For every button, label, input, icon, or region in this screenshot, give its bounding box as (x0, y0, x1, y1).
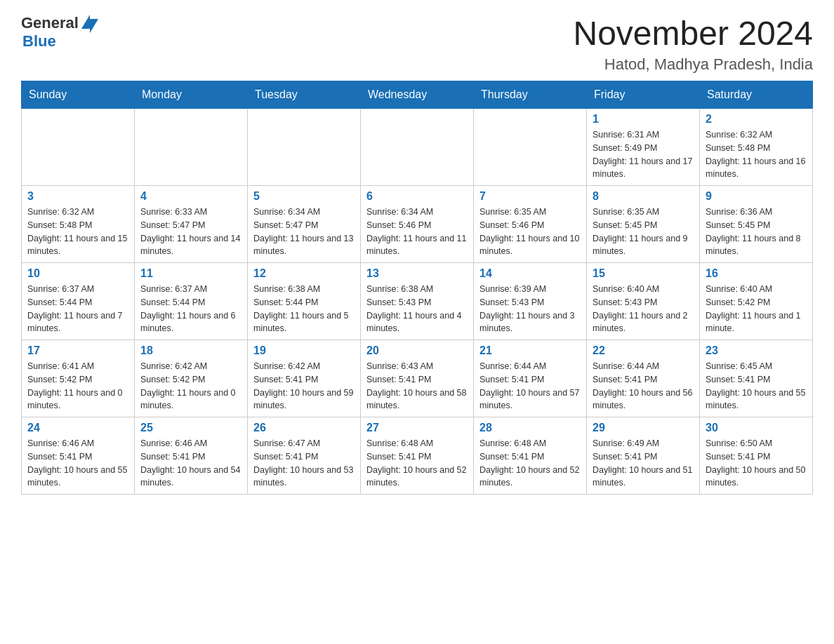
day-number: 7 (479, 190, 581, 203)
calendar-cell: 17Sunrise: 6:41 AM Sunset: 5:42 PM Dayli… (22, 340, 135, 417)
day-number: 23 (706, 344, 807, 357)
logo-triangle-up (81, 15, 90, 29)
calendar-week-2: 3Sunrise: 6:32 AM Sunset: 5:48 PM Daylig… (22, 186, 813, 263)
day-info: Sunrise: 6:44 AM Sunset: 5:41 PM Dayligh… (593, 360, 694, 412)
day-info: Sunrise: 6:50 AM Sunset: 5:41 PM Dayligh… (706, 437, 807, 490)
calendar-cell: 29Sunrise: 6:49 AM Sunset: 5:41 PM Dayli… (587, 417, 700, 495)
day-info: Sunrise: 6:33 AM Sunset: 5:47 PM Dayligh… (140, 206, 241, 258)
calendar-cell: 14Sunrise: 6:39 AM Sunset: 5:43 PM Dayli… (474, 263, 587, 340)
day-info: Sunrise: 6:48 AM Sunset: 5:41 PM Dayligh… (479, 437, 581, 490)
calendar-cell: 30Sunrise: 6:50 AM Sunset: 5:41 PM Dayli… (700, 417, 813, 495)
logo-triangle-down (90, 19, 98, 33)
day-number: 13 (366, 267, 468, 280)
main-title: November 2024 (573, 14, 813, 53)
calendar-cell: 16Sunrise: 6:40 AM Sunset: 5:42 PM Dayli… (700, 263, 813, 340)
calendar-cell: 12Sunrise: 6:38 AM Sunset: 5:44 PM Dayli… (248, 263, 361, 340)
calendar-cell: 10Sunrise: 6:37 AM Sunset: 5:44 PM Dayli… (22, 263, 135, 340)
day-number: 4 (140, 190, 241, 203)
day-number: 30 (706, 422, 807, 434)
calendar-cell: 23Sunrise: 6:45 AM Sunset: 5:41 PM Dayli… (700, 340, 813, 417)
day-number: 19 (253, 344, 355, 357)
day-number: 27 (366, 422, 468, 434)
day-info: Sunrise: 6:34 AM Sunset: 5:47 PM Dayligh… (253, 206, 355, 258)
day-number: 28 (479, 422, 581, 434)
calendar-cell: 24Sunrise: 6:46 AM Sunset: 5:41 PM Dayli… (22, 417, 135, 495)
calendar-cell (474, 109, 587, 186)
day-number: 14 (479, 267, 581, 280)
day-info: Sunrise: 6:36 AM Sunset: 5:45 PM Dayligh… (706, 206, 807, 258)
logo: General Blue (21, 14, 98, 51)
calendar-cell (248, 109, 361, 186)
calendar-cell: 8Sunrise: 6:35 AM Sunset: 5:45 PM Daylig… (587, 186, 700, 263)
day-info: Sunrise: 6:45 AM Sunset: 5:41 PM Dayligh… (706, 360, 807, 412)
calendar-cell: 28Sunrise: 6:48 AM Sunset: 5:41 PM Dayli… (474, 417, 587, 495)
weekday-header-friday: Friday (587, 81, 700, 109)
weekday-header-tuesday: Tuesday (248, 81, 361, 109)
weekday-header-saturday: Saturday (700, 81, 813, 109)
calendar-cell: 2Sunrise: 6:32 AM Sunset: 5:48 PM Daylig… (700, 109, 813, 186)
weekday-header-monday: Monday (135, 81, 248, 109)
day-info: Sunrise: 6:40 AM Sunset: 5:42 PM Dayligh… (706, 283, 807, 335)
day-number: 6 (366, 190, 468, 203)
day-info: Sunrise: 6:49 AM Sunset: 5:41 PM Dayligh… (593, 437, 694, 490)
day-number: 18 (140, 344, 241, 357)
calendar-cell: 5Sunrise: 6:34 AM Sunset: 5:47 PM Daylig… (248, 186, 361, 263)
calendar-cell: 20Sunrise: 6:43 AM Sunset: 5:41 PM Dayli… (361, 340, 474, 417)
day-number: 22 (593, 344, 694, 357)
day-info: Sunrise: 6:40 AM Sunset: 5:43 PM Dayligh… (593, 283, 694, 335)
day-number: 16 (706, 267, 807, 280)
day-number: 24 (27, 422, 128, 434)
day-number: 21 (479, 344, 581, 357)
calendar-cell: 4Sunrise: 6:33 AM Sunset: 5:47 PM Daylig… (135, 186, 248, 263)
page-header: General Blue November 2024 Hatod, Madhya… (21, 14, 813, 74)
day-info: Sunrise: 6:48 AM Sunset: 5:41 PM Dayligh… (366, 437, 468, 490)
day-info: Sunrise: 6:44 AM Sunset: 5:41 PM Dayligh… (479, 360, 581, 412)
day-number: 3 (27, 190, 128, 203)
day-info: Sunrise: 6:46 AM Sunset: 5:41 PM Dayligh… (140, 437, 241, 490)
calendar-cell: 27Sunrise: 6:48 AM Sunset: 5:41 PM Dayli… (361, 417, 474, 495)
day-info: Sunrise: 6:35 AM Sunset: 5:45 PM Dayligh… (593, 206, 694, 258)
day-number: 2 (706, 113, 807, 126)
calendar-cell: 11Sunrise: 6:37 AM Sunset: 5:44 PM Dayli… (135, 263, 248, 340)
sub-title: Hatod, Madhya Pradesh, India (573, 55, 813, 74)
calendar-cell (135, 109, 248, 186)
day-info: Sunrise: 6:39 AM Sunset: 5:43 PM Dayligh… (479, 283, 581, 335)
day-info: Sunrise: 6:31 AM Sunset: 5:49 PM Dayligh… (593, 128, 694, 181)
day-info: Sunrise: 6:34 AM Sunset: 5:46 PM Dayligh… (366, 206, 468, 258)
day-number: 11 (140, 267, 241, 280)
calendar-week-3: 10Sunrise: 6:37 AM Sunset: 5:44 PM Dayli… (22, 263, 813, 340)
day-number: 20 (366, 344, 468, 357)
weekday-header-row: SundayMondayTuesdayWednesdayThursdayFrid… (22, 81, 813, 109)
calendar-week-4: 17Sunrise: 6:41 AM Sunset: 5:42 PM Dayli… (22, 340, 813, 417)
day-info: Sunrise: 6:46 AM Sunset: 5:41 PM Dayligh… (27, 437, 128, 490)
calendar-cell: 3Sunrise: 6:32 AM Sunset: 5:48 PM Daylig… (22, 186, 135, 263)
day-info: Sunrise: 6:42 AM Sunset: 5:41 PM Dayligh… (253, 360, 355, 412)
day-info: Sunrise: 6:37 AM Sunset: 5:44 PM Dayligh… (27, 283, 128, 335)
day-number: 17 (27, 344, 128, 357)
day-number: 1 (593, 113, 694, 126)
day-number: 12 (253, 267, 355, 280)
calendar-cell: 6Sunrise: 6:34 AM Sunset: 5:46 PM Daylig… (361, 186, 474, 263)
day-number: 26 (253, 422, 355, 434)
day-number: 9 (706, 190, 807, 203)
day-info: Sunrise: 6:37 AM Sunset: 5:44 PM Dayligh… (140, 283, 241, 335)
calendar-cell (361, 109, 474, 186)
calendar-cell: 1Sunrise: 6:31 AM Sunset: 5:49 PM Daylig… (587, 109, 700, 186)
calendar-week-5: 24Sunrise: 6:46 AM Sunset: 5:41 PM Dayli… (22, 417, 813, 495)
calendar-cell: 26Sunrise: 6:47 AM Sunset: 5:41 PM Dayli… (248, 417, 361, 495)
calendar-cell: 25Sunrise: 6:46 AM Sunset: 5:41 PM Dayli… (135, 417, 248, 495)
day-number: 15 (593, 267, 694, 280)
day-number: 5 (253, 190, 355, 203)
calendar-week-1: 1Sunrise: 6:31 AM Sunset: 5:49 PM Daylig… (22, 109, 813, 186)
day-info: Sunrise: 6:35 AM Sunset: 5:46 PM Dayligh… (479, 206, 581, 258)
day-number: 8 (593, 190, 694, 203)
calendar-cell: 7Sunrise: 6:35 AM Sunset: 5:46 PM Daylig… (474, 186, 587, 263)
day-info: Sunrise: 6:38 AM Sunset: 5:44 PM Dayligh… (253, 283, 355, 335)
day-info: Sunrise: 6:47 AM Sunset: 5:41 PM Dayligh… (253, 437, 355, 490)
calendar-cell: 18Sunrise: 6:42 AM Sunset: 5:42 PM Dayli… (135, 340, 248, 417)
day-info: Sunrise: 6:32 AM Sunset: 5:48 PM Dayligh… (27, 206, 128, 258)
calendar-cell: 15Sunrise: 6:40 AM Sunset: 5:43 PM Dayli… (587, 263, 700, 340)
calendar-header: SundayMondayTuesdayWednesdayThursdayFrid… (22, 81, 813, 109)
calendar-cell: 19Sunrise: 6:42 AM Sunset: 5:41 PM Dayli… (248, 340, 361, 417)
logo-text-blue: Blue (22, 32, 56, 51)
